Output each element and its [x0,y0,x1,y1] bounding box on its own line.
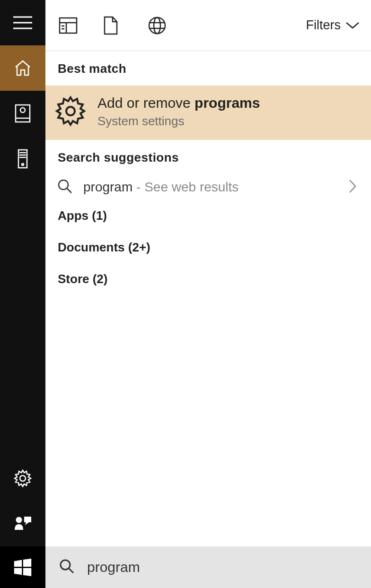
search-icon [59,558,75,576]
svg-point-30 [61,560,70,570]
svg-point-27 [66,107,75,115]
sidebar-item-photos[interactable] [0,91,45,136]
search-bar [45,546,371,588]
svg-rect-13 [24,517,31,522]
chevron-down-icon [345,21,360,30]
best-match-result[interactable]: Add or remove programs System settings [45,86,371,140]
best-match-title: Add or remove programs [97,95,260,111]
category-apps[interactable]: Apps (1) [45,200,371,232]
best-match-heading: Best match [45,51,371,86]
sidebar-item-settings[interactable] [0,456,45,501]
svg-marker-14 [14,560,22,567]
svg-point-28 [59,180,68,190]
search-icon [57,178,73,196]
svg-point-12 [16,517,22,523]
svg-point-23 [149,17,165,34]
svg-point-4 [20,108,25,112]
filter-documents-icon[interactable] [103,0,148,51]
search-input[interactable] [87,559,371,575]
svg-line-31 [69,569,73,573]
filters-dropdown[interactable]: Filters [306,18,360,33]
best-match-subtitle: System settings [97,114,260,129]
filters-label: Filters [306,18,341,33]
category-store[interactable]: Store (2) [45,263,371,295]
sidebar-item-feedback[interactable] [0,501,45,546]
svg-point-24 [154,17,160,34]
svg-point-11 [20,476,26,481]
start-button[interactable] [0,546,45,588]
sidebar-item-home[interactable] [0,45,45,91]
chevron-right-icon [348,179,357,196]
sidebar-item-device[interactable] [0,136,45,182]
filter-apps-icon[interactable] [59,0,103,51]
hamburger-menu-button[interactable] [0,0,45,45]
svg-marker-17 [23,568,31,576]
svg-marker-15 [23,559,31,567]
category-documents[interactable]: Documents (2+) [45,232,371,263]
web-suggestion-text: program - See web results [83,180,338,195]
search-suggestions-heading: Search suggestions [45,140,371,174]
svg-line-29 [67,189,71,193]
web-suggestion-row[interactable]: program - See web results [45,174,371,200]
gear-icon [55,95,86,129]
filter-web-icon[interactable] [148,0,192,51]
filter-toolbar: Filters [45,0,371,51]
svg-marker-16 [14,568,22,575]
svg-point-10 [22,164,24,165]
